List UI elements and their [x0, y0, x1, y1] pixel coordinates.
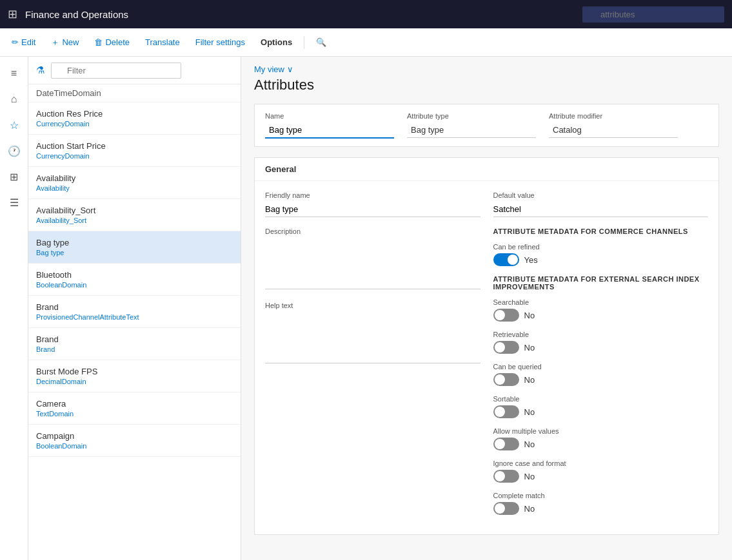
- allow-multiple-values-toggle-row: No: [493, 438, 709, 450]
- name-field-group: Name: [265, 112, 394, 139]
- attribute-modifier-label: Attribute modifier: [549, 112, 678, 120]
- retrievable-toggle[interactable]: [493, 341, 519, 354]
- retrievable-toggle-row: No: [493, 341, 709, 354]
- ignore-case-toggle-row: No: [493, 470, 709, 483]
- sortable-value: No: [524, 407, 535, 417]
- complete-match-toggle-item: Complete match No: [493, 492, 709, 515]
- options-label: Options: [261, 37, 292, 47]
- complete-match-toggle-row: No: [493, 502, 709, 515]
- help-text-label: Help text: [265, 302, 480, 309]
- attribute-type-input[interactable]: [407, 122, 536, 138]
- toolbar-search-icon: 🔍: [316, 37, 326, 47]
- toolbar-search-button[interactable]: 🔍: [310, 34, 333, 50]
- complete-match-value: No: [524, 504, 535, 514]
- translate-button[interactable]: Translate: [139, 34, 186, 50]
- can-be-refined-toggle[interactable]: [493, 253, 519, 266]
- allow-multiple-values-toggle[interactable]: [493, 438, 519, 450]
- new-button[interactable]: ＋ New: [45, 34, 85, 52]
- edit-icon: ✏: [12, 37, 19, 47]
- friendly-name-label: Friendly name: [265, 191, 480, 199]
- attribute-modifier-field-group: Attribute modifier: [549, 112, 678, 139]
- translate-label: Translate: [145, 37, 180, 47]
- delete-button[interactable]: 🗑 Delete: [88, 34, 136, 50]
- complete-match-label: Complete match: [493, 492, 709, 499]
- apps-icon[interactable]: ⊞: [8, 7, 17, 21]
- sidebar-hamburger-button[interactable]: ≡: [3, 62, 26, 85]
- list-item[interactable]: Burst Mode FPS DecimalDomain: [28, 360, 241, 392]
- list-item[interactable]: Camera TextDomain: [28, 392, 241, 425]
- list-item[interactable]: Auction Res Price CurrencyDomain: [28, 102, 241, 135]
- description-label: Description: [265, 227, 480, 235]
- can-be-queried-toggle-item: Can be queried No: [493, 363, 709, 386]
- toolbar: ✏ Edit ＋ New 🗑 Delete Translate Filter s…: [0, 28, 732, 57]
- list-item[interactable]: Bluetooth BooleanDomain: [28, 264, 241, 296]
- list-items: DateTimeDomain Auction Res Price Currenc…: [28, 84, 241, 560]
- list-item[interactable]: Brand ProvisionedChannelAttributeText: [28, 296, 241, 328]
- list-item-bagtype-selected[interactable]: Bag type Bag type: [28, 231, 241, 264]
- list-item[interactable]: Auction Start Price CurrencyDomain: [28, 135, 241, 167]
- app-title: Finance and Operations: [25, 9, 575, 20]
- default-value-field: Default value: [493, 191, 709, 217]
- list-filter-bar: ⚗ 🔍: [28, 57, 241, 84]
- complete-match-toggle[interactable]: [493, 502, 519, 515]
- can-be-refined-label: Can be refined: [493, 243, 709, 251]
- sortable-toggle[interactable]: [493, 405, 519, 418]
- my-view-bar[interactable]: My view ∨: [254, 64, 719, 74]
- friendly-name-field: Friendly name: [265, 191, 480, 217]
- section-right: Default value ATTRIBUTE METADATA FOR COM…: [493, 191, 709, 524]
- sidebar-star-button[interactable]: ☆: [3, 113, 26, 137]
- edit-button[interactable]: ✏ Edit: [5, 34, 42, 50]
- ignore-case-label: Ignore case and format: [493, 459, 709, 467]
- list-item[interactable]: Availability Availability: [28, 167, 241, 199]
- sidebar-list-button[interactable]: ☰: [3, 191, 26, 214]
- list-item[interactable]: Brand Brand: [28, 328, 241, 360]
- top-bar: ⊞ Finance and Operations 🔍: [0, 0, 732, 28]
- allow-multiple-values-label: Allow multiple values: [493, 427, 709, 435]
- searchable-toggle[interactable]: [493, 309, 519, 322]
- list-filter-icon-button[interactable]: ⚗: [34, 62, 47, 79]
- page-title: Attributes: [254, 77, 719, 93]
- allow-multiple-values-value: No: [524, 439, 535, 449]
- ignore-case-value: No: [524, 472, 535, 481]
- sortable-toggle-item: Sortable No: [493, 395, 709, 418]
- list-header-datetime: DateTimeDomain: [28, 84, 241, 102]
- edit-label: Edit: [21, 37, 35, 47]
- sidebar-icons: ≡ ⌂ ☆ 🕐 ⊞ ☰: [0, 57, 28, 560]
- section-body-general: Friendly name Description Help text: [255, 181, 718, 534]
- list-item[interactable]: Availability_Sort Availability_Sort: [28, 199, 241, 231]
- can-be-refined-value: Yes: [524, 255, 538, 265]
- help-text-field: Help text: [265, 302, 480, 365]
- sidebar-home-button[interactable]: ⌂: [3, 88, 26, 111]
- can-be-queried-toggle[interactable]: [493, 373, 519, 386]
- default-value-input[interactable]: [493, 202, 709, 217]
- sidebar-grid-button[interactable]: ⊞: [3, 165, 26, 188]
- friendly-name-input[interactable]: [265, 202, 480, 217]
- help-text-input[interactable]: [265, 312, 480, 363]
- section-left: Friendly name Description Help text: [265, 191, 480, 524]
- description-field: Description: [265, 227, 480, 291]
- top-search-input[interactable]: [582, 6, 724, 23]
- sidebar-clock-button[interactable]: 🕐: [3, 139, 26, 162]
- new-label: New: [62, 37, 79, 47]
- options-button[interactable]: Options: [254, 34, 299, 50]
- new-icon: ＋: [51, 37, 59, 48]
- can-be-queried-value: No: [524, 375, 535, 385]
- delete-label: Delete: [105, 37, 130, 47]
- ignore-case-toggle[interactable]: [493, 470, 519, 483]
- default-value-label: Default value: [493, 191, 709, 199]
- list-item[interactable]: Campaign BooleanDomain: [28, 425, 241, 457]
- attribute-modifier-input[interactable]: [549, 122, 678, 138]
- filter-input[interactable]: [51, 63, 181, 79]
- filter-settings-button[interactable]: Filter settings: [189, 34, 252, 50]
- fields-row: Name Attribute type Attribute modifier: [254, 104, 719, 147]
- description-input[interactable]: [265, 238, 480, 289]
- attribute-type-field-group: Attribute type: [407, 112, 536, 139]
- main-layout: ≡ ⌂ ☆ 🕐 ⊞ ☰ ⚗ 🔍 DateTimeDomain Auction R…: [0, 57, 732, 560]
- toolbar-separator: [304, 36, 304, 49]
- allow-multiple-values-toggle-item: Allow multiple values No: [493, 427, 709, 450]
- list-panel: ⚗ 🔍 DateTimeDomain Auction Res Price Cur…: [28, 57, 241, 560]
- searchable-toggle-item: Searchable No: [493, 298, 709, 322]
- can-be-refined-toggle-item: Can be refined Yes: [493, 243, 709, 266]
- can-be-queried-label: Can be queried: [493, 363, 709, 371]
- name-input[interactable]: [265, 122, 394, 139]
